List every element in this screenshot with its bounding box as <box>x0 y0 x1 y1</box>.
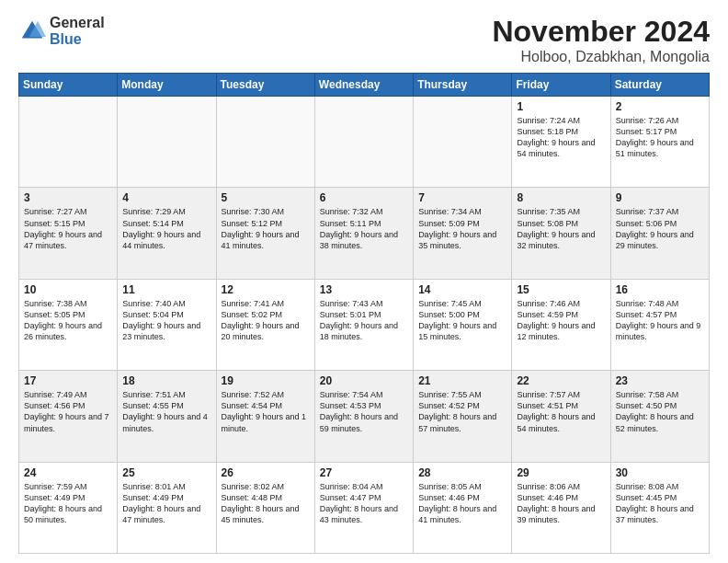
day-num-9: 9 <box>616 191 704 204</box>
day-info-24: Sunrise: 7:59 AM Sunset: 4:49 PM Dayligh… <box>24 481 112 526</box>
day-num-21: 21 <box>418 374 506 387</box>
calendar-table: Sunday Monday Tuesday Wednesday Thursday… <box>18 73 710 554</box>
day-num-18: 18 <box>122 374 210 387</box>
day-info-16: Sunrise: 7:48 AM Sunset: 4:57 PM Dayligh… <box>616 298 704 343</box>
day-info-19: Sunrise: 7:52 AM Sunset: 4:54 PM Dayligh… <box>222 389 310 434</box>
col-monday: Monday <box>118 74 216 97</box>
cell-w2-d6: 8Sunrise: 7:35 AM Sunset: 5:08 PM Daylig… <box>512 188 610 279</box>
cell-w3-d4: 13Sunrise: 7:43 AM Sunset: 5:01 PM Dayli… <box>314 279 413 370</box>
day-info-8: Sunrise: 7:35 AM Sunset: 5:08 PM Dayligh… <box>517 206 605 251</box>
cell-w1-d3 <box>216 97 314 188</box>
week-row-3: 10Sunrise: 7:38 AM Sunset: 5:05 PM Dayli… <box>19 279 710 370</box>
day-info-15: Sunrise: 7:46 AM Sunset: 4:59 PM Dayligh… <box>517 298 605 343</box>
page: General Blue November 2024 Holboo, Dzabk… <box>0 0 728 563</box>
logo-blue-label: Blue <box>50 31 105 48</box>
cell-w4-d6: 22Sunrise: 7:57 AM Sunset: 4:51 PM Dayli… <box>512 371 610 462</box>
col-sunday: Sunday <box>19 74 118 97</box>
day-num-2: 2 <box>616 100 704 113</box>
cell-w2-d5: 7Sunrise: 7:34 AM Sunset: 5:09 PM Daylig… <box>414 188 512 279</box>
day-num-12: 12 <box>222 283 310 296</box>
day-info-1: Sunrise: 7:24 AM Sunset: 5:18 PM Dayligh… <box>517 115 605 160</box>
day-info-6: Sunrise: 7:32 AM Sunset: 5:11 PM Dayligh… <box>320 206 408 251</box>
day-info-22: Sunrise: 7:57 AM Sunset: 4:51 PM Dayligh… <box>517 389 605 434</box>
day-info-3: Sunrise: 7:27 AM Sunset: 5:15 PM Dayligh… <box>24 206 112 251</box>
day-info-29: Sunrise: 8:06 AM Sunset: 4:46 PM Dayligh… <box>517 481 605 526</box>
calendar-body: 1Sunrise: 7:24 AM Sunset: 5:18 PM Daylig… <box>19 97 710 554</box>
logo-general-label: General <box>50 15 105 31</box>
day-info-21: Sunrise: 7:55 AM Sunset: 4:52 PM Dayligh… <box>418 389 506 434</box>
day-info-13: Sunrise: 7:43 AM Sunset: 5:01 PM Dayligh… <box>320 298 408 343</box>
day-info-14: Sunrise: 7:45 AM Sunset: 5:00 PM Dayligh… <box>418 298 506 343</box>
day-num-7: 7 <box>418 191 506 204</box>
cell-w1-d5 <box>414 97 512 188</box>
col-friday: Friday <box>512 74 610 97</box>
cell-w1-d6: 1Sunrise: 7:24 AM Sunset: 5:18 PM Daylig… <box>512 97 610 188</box>
day-num-4: 4 <box>122 191 210 204</box>
week-row-2: 3Sunrise: 7:27 AM Sunset: 5:15 PM Daylig… <box>19 188 710 279</box>
day-num-10: 10 <box>24 283 112 296</box>
logo: General Blue <box>18 15 105 47</box>
day-num-19: 19 <box>222 374 310 387</box>
day-num-15: 15 <box>517 283 605 296</box>
day-num-27: 27 <box>320 466 408 479</box>
day-num-22: 22 <box>517 374 605 387</box>
day-num-8: 8 <box>517 191 605 204</box>
day-info-10: Sunrise: 7:38 AM Sunset: 5:05 PM Dayligh… <box>24 298 112 343</box>
day-info-27: Sunrise: 8:04 AM Sunset: 4:47 PM Dayligh… <box>320 481 408 526</box>
day-info-18: Sunrise: 7:51 AM Sunset: 4:55 PM Dayligh… <box>122 389 210 434</box>
logo-icon <box>18 17 46 45</box>
logo-text: General Blue <box>50 15 105 47</box>
col-thursday: Thursday <box>414 74 512 97</box>
calendar-header: Sunday Monday Tuesday Wednesday Thursday… <box>19 74 710 97</box>
day-info-30: Sunrise: 8:08 AM Sunset: 4:45 PM Dayligh… <box>616 481 704 526</box>
cell-w1-d7: 2Sunrise: 7:26 AM Sunset: 5:17 PM Daylig… <box>610 97 709 188</box>
cell-w3-d3: 12Sunrise: 7:41 AM Sunset: 5:02 PM Dayli… <box>216 279 314 370</box>
col-wednesday: Wednesday <box>314 74 413 97</box>
day-info-9: Sunrise: 7:37 AM Sunset: 5:06 PM Dayligh… <box>616 206 704 251</box>
day-info-26: Sunrise: 8:02 AM Sunset: 4:48 PM Dayligh… <box>222 481 310 526</box>
cell-w3-d1: 10Sunrise: 7:38 AM Sunset: 5:05 PM Dayli… <box>19 279 118 370</box>
day-num-25: 25 <box>122 466 210 479</box>
cell-w4-d4: 20Sunrise: 7:54 AM Sunset: 4:53 PM Dayli… <box>314 371 413 462</box>
cell-w1-d1 <box>19 97 118 188</box>
day-num-11: 11 <box>122 283 210 296</box>
cell-w5-d5: 28Sunrise: 8:05 AM Sunset: 4:46 PM Dayli… <box>414 462 512 553</box>
day-num-1: 1 <box>517 100 605 113</box>
cell-w5-d3: 26Sunrise: 8:02 AM Sunset: 4:48 PM Dayli… <box>216 462 314 553</box>
cell-w3-d7: 16Sunrise: 7:48 AM Sunset: 4:57 PM Dayli… <box>610 279 709 370</box>
header-row: Sunday Monday Tuesday Wednesday Thursday… <box>19 74 710 97</box>
cell-w2-d1: 3Sunrise: 7:27 AM Sunset: 5:15 PM Daylig… <box>19 188 118 279</box>
day-num-14: 14 <box>418 283 506 296</box>
day-num-3: 3 <box>24 191 112 204</box>
cell-w3-d5: 14Sunrise: 7:45 AM Sunset: 5:00 PM Dayli… <box>414 279 512 370</box>
cell-w4-d7: 23Sunrise: 7:58 AM Sunset: 4:50 PM Dayli… <box>610 371 709 462</box>
week-row-1: 1Sunrise: 7:24 AM Sunset: 5:18 PM Daylig… <box>19 97 710 188</box>
cell-w4-d3: 19Sunrise: 7:52 AM Sunset: 4:54 PM Dayli… <box>216 371 314 462</box>
day-num-6: 6 <box>320 191 408 204</box>
day-num-17: 17 <box>24 374 112 387</box>
day-num-28: 28 <box>418 466 506 479</box>
day-num-26: 26 <box>222 466 310 479</box>
cell-w2-d4: 6Sunrise: 7:32 AM Sunset: 5:11 PM Daylig… <box>314 188 413 279</box>
calendar: Sunday Monday Tuesday Wednesday Thursday… <box>18 73 710 554</box>
day-info-17: Sunrise: 7:49 AM Sunset: 4:56 PM Dayligh… <box>24 389 112 434</box>
day-info-23: Sunrise: 7:58 AM Sunset: 4:50 PM Dayligh… <box>616 389 704 434</box>
cell-w4-d1: 17Sunrise: 7:49 AM Sunset: 4:56 PM Dayli… <box>19 371 118 462</box>
day-num-16: 16 <box>616 283 704 296</box>
day-info-4: Sunrise: 7:29 AM Sunset: 5:14 PM Dayligh… <box>122 206 210 251</box>
col-saturday: Saturday <box>610 74 709 97</box>
day-num-29: 29 <box>517 466 605 479</box>
cell-w3-d6: 15Sunrise: 7:46 AM Sunset: 4:59 PM Dayli… <box>512 279 610 370</box>
day-info-5: Sunrise: 7:30 AM Sunset: 5:12 PM Dayligh… <box>222 206 310 251</box>
day-info-28: Sunrise: 8:05 AM Sunset: 4:46 PM Dayligh… <box>418 481 506 526</box>
cell-w5-d7: 30Sunrise: 8:08 AM Sunset: 4:45 PM Dayli… <box>610 462 709 553</box>
cell-w5-d4: 27Sunrise: 8:04 AM Sunset: 4:47 PM Dayli… <box>314 462 413 553</box>
day-num-20: 20 <box>320 374 408 387</box>
day-num-30: 30 <box>616 466 704 479</box>
cell-w4-d5: 21Sunrise: 7:55 AM Sunset: 4:52 PM Dayli… <box>414 371 512 462</box>
cell-w1-d4 <box>314 97 413 188</box>
day-num-5: 5 <box>222 191 310 204</box>
cell-w5-d1: 24Sunrise: 7:59 AM Sunset: 4:49 PM Dayli… <box>19 462 118 553</box>
cell-w1-d2 <box>118 97 216 188</box>
day-num-24: 24 <box>24 466 112 479</box>
